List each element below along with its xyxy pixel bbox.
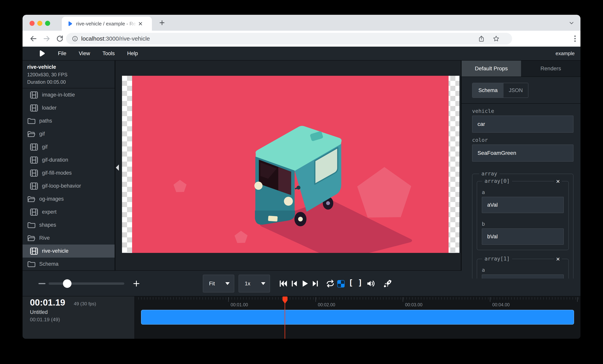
toggle-schema[interactable]: Schema xyxy=(473,83,504,98)
browser-menu-icon[interactable] xyxy=(571,34,579,43)
reload-icon[interactable] xyxy=(56,35,64,43)
ruler-minor-tick xyxy=(450,297,451,299)
film-icon xyxy=(30,103,38,113)
zoom-out-button[interactable] xyxy=(38,283,46,284)
playhead-marker[interactable] xyxy=(282,296,288,304)
sidebar-item-loader[interactable]: loader xyxy=(23,101,115,114)
forward-icon[interactable] xyxy=(43,35,50,43)
tab-renders[interactable]: Renders xyxy=(521,61,580,77)
zoom-slider-knob[interactable] xyxy=(63,279,71,288)
b-input[interactable]: bVal xyxy=(482,228,564,245)
schema-json-toggle: Schema JSON xyxy=(472,83,528,98)
app-menu-bar: File View Tools Help example xyxy=(23,47,580,61)
render-rocket-icon[interactable] xyxy=(383,279,393,288)
set-out-point-button[interactable]: ] xyxy=(358,278,362,287)
ruler-minor-tick xyxy=(147,297,148,299)
playback-rate-select[interactable]: 1x xyxy=(239,275,270,293)
menu-help[interactable]: Help xyxy=(127,50,138,57)
sidebar-item-label: gif xyxy=(42,144,47,150)
sidebar-item-og-images[interactable]: og-images xyxy=(23,193,115,205)
share-icon[interactable] xyxy=(478,35,485,42)
bookmark-star-icon[interactable] xyxy=(493,35,500,42)
ruler-minor-tick xyxy=(272,297,273,299)
composition-resolution: 1200x630, 30 FPS xyxy=(27,72,115,78)
remove-array-item-button[interactable]: × xyxy=(554,255,562,263)
sidebar-item-Schema[interactable]: Schema xyxy=(23,258,115,270)
next-frame-button[interactable] xyxy=(311,279,320,288)
sidebar-item-gif-fill-modes[interactable]: gif-fill-modes xyxy=(23,166,115,180)
menu-view[interactable]: View xyxy=(79,50,90,57)
ruler-minor-tick xyxy=(173,297,174,299)
ruler-minor-tick xyxy=(377,297,378,299)
set-in-point-button[interactable]: [ xyxy=(348,278,353,287)
ruler-minor-tick xyxy=(497,297,497,299)
minimize-window-button[interactable] xyxy=(37,21,42,26)
ruler-minor-tick xyxy=(217,297,217,299)
browser-tab[interactable]: rive-vehicle / example - Remoti xyxy=(62,17,152,31)
tab-close-icon[interactable] xyxy=(138,21,143,27)
field-label-vehicle: vehicle xyxy=(472,108,573,114)
composition-canvas[interactable] xyxy=(122,76,459,253)
sidebar-item-label: gif-loop-behavior xyxy=(42,183,81,189)
van-illustration xyxy=(132,76,449,253)
url-field[interactable]: localhost:3000/rive-vehicle xyxy=(66,33,512,45)
skip-to-start-button[interactable] xyxy=(278,279,288,288)
zoom-in-button[interactable] xyxy=(132,280,140,287)
ruler-minor-tick xyxy=(520,297,521,299)
sidebar-item-paths[interactable]: paths xyxy=(23,114,115,127)
ruler-minor-tick xyxy=(549,297,550,299)
a-input[interactable]: secA xyxy=(482,274,564,279)
ruler-minor-tick xyxy=(351,297,351,299)
ruler-minor-tick xyxy=(386,297,386,299)
sidebar-item-gif-loop-behavior[interactable]: gif-loop-behavior xyxy=(23,180,115,193)
ruler-minor-tick xyxy=(552,297,553,299)
ruler-minor-tick xyxy=(141,297,142,299)
timeline-ruler[interactable]: 00:01.0000:02.0000:03.0000:04.00 xyxy=(135,296,580,339)
tab-search-chevron-icon[interactable] xyxy=(569,20,574,26)
collapse-sidebar-icon[interactable] xyxy=(116,164,119,171)
ruler-minor-tick xyxy=(456,297,456,299)
zoom-slider[interactable] xyxy=(48,283,124,285)
close-window-button[interactable] xyxy=(30,21,35,26)
remove-array-item-button[interactable]: × xyxy=(554,178,562,185)
ruler-minor-tick xyxy=(153,297,153,299)
tab-default-props[interactable]: Default Props xyxy=(462,61,521,77)
a-input[interactable]: aVal xyxy=(482,197,564,213)
loop-toggle-icon[interactable] xyxy=(325,279,335,288)
volume-icon[interactable] xyxy=(366,279,375,288)
ruler-minor-tick xyxy=(436,297,436,299)
toggle-json[interactable]: JSON xyxy=(504,83,528,98)
menu-file[interactable]: File xyxy=(58,50,66,57)
sidebar-item-rive-vehicle[interactable]: rive-vehicle xyxy=(23,245,115,258)
menu-tools[interactable]: Tools xyxy=(103,50,115,57)
ruler-minor-tick xyxy=(578,297,579,299)
play-button[interactable] xyxy=(300,279,309,288)
timeline-track-bar[interactable] xyxy=(141,310,574,325)
remotion-favicon-icon xyxy=(67,21,73,27)
canvas-size-select[interactable]: Fit xyxy=(203,275,234,293)
ruler-minor-tick xyxy=(363,297,363,299)
ruler-minor-tick xyxy=(290,297,290,299)
film-icon xyxy=(30,182,38,191)
back-icon[interactable] xyxy=(30,35,37,43)
folder-open-icon xyxy=(27,130,36,138)
sidebar-item-image-in-lottie[interactable]: image-in-lottie xyxy=(23,88,115,101)
sidebar-item-expert[interactable]: expert xyxy=(23,205,115,218)
sidebar-item-gif[interactable]: gif xyxy=(23,127,115,140)
vehicle-input[interactable]: car xyxy=(472,115,573,133)
ruler-minor-tick xyxy=(488,297,488,299)
transparency-checkerboard-toggle[interactable] xyxy=(337,280,345,287)
ruler-minor-tick xyxy=(278,297,278,299)
new-tab-button[interactable] xyxy=(159,19,165,26)
sidebar-item-shapes[interactable]: shapes xyxy=(23,218,115,231)
ruler-minor-tick xyxy=(546,297,547,299)
remotion-logo-icon[interactable] xyxy=(38,49,46,57)
previous-frame-button[interactable] xyxy=(290,279,299,288)
sidebar-item-gif-duration[interactable]: gif-duration xyxy=(23,153,115,166)
site-info-icon[interactable] xyxy=(72,35,78,42)
props-panel: Default Props Renders Schema JSON vehicl… xyxy=(462,61,580,279)
sidebar-item-Rive[interactable]: Rive xyxy=(23,231,115,245)
zoom-window-button[interactable] xyxy=(45,21,50,26)
color-input[interactable]: SeaFoamGreen xyxy=(472,145,573,162)
sidebar-item-gif[interactable]: gif xyxy=(23,140,115,153)
